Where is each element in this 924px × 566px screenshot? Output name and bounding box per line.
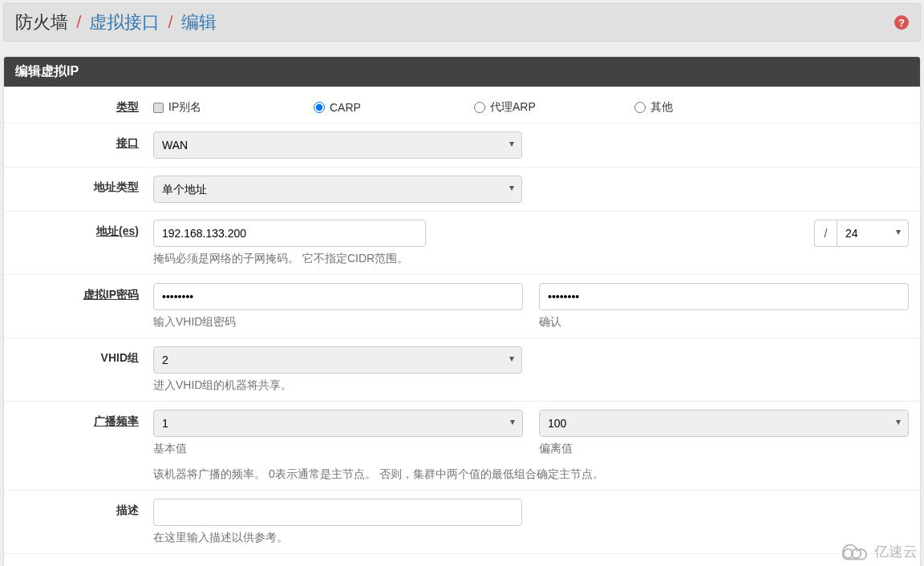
label-type: 类型	[15, 95, 153, 115]
edit-vip-panel: 编辑虚拟IP 类型 IP别名 CARP 代理ARP	[3, 56, 921, 566]
cloud-icon	[839, 542, 869, 561]
breadcrumb-bar: 防火墙 / 虚拟接口 / 编辑 ?	[3, 3, 921, 42]
password-confirm-input[interactable]	[539, 283, 909, 310]
adv-skew-help: 偏离值	[539, 442, 909, 456]
label-addresses: 地址(es)	[15, 220, 153, 239]
cidr-slash: /	[814, 220, 837, 247]
addr-type-select[interactable]: 单个地址	[153, 176, 522, 203]
password-confirm-help: 确认	[539, 315, 909, 329]
checkbox-icon	[153, 103, 164, 113]
help-icon[interactable]: ?	[894, 15, 909, 30]
label-vhid: VHID组	[15, 346, 153, 366]
panel-title: 编辑虚拟IP	[4, 57, 920, 87]
breadcrumb-root: 防火墙	[15, 12, 68, 32]
label-description: 描述	[15, 499, 153, 518]
radio-proxyarp[interactable]: 代理ARP	[474, 100, 634, 115]
adv-help: 该机器将广播的频率。 0表示通常是主节点。 否则，集群中两个值的最低组合确定主节…	[153, 467, 909, 482]
adv-base-help: 基本值	[153, 442, 523, 456]
label-adv-freq: 广播频率	[15, 410, 153, 429]
cidr-select[interactable]: 24	[837, 220, 909, 247]
interface-select[interactable]: WAN	[153, 131, 522, 159]
watermark: 亿速云	[839, 542, 918, 561]
label-interface: 接口	[15, 131, 153, 151]
address-input[interactable]	[153, 220, 426, 247]
description-help: 在这里输入描述以供参考。	[153, 531, 909, 545]
breadcrumb: 防火墙 / 虚拟接口 / 编辑	[15, 10, 217, 34]
vhid-help: 进入VHID组的机器将共享。	[153, 378, 909, 393]
label-vip-password: 虚拟IP密码	[15, 283, 153, 302]
vhid-select[interactable]: 2	[153, 346, 522, 374]
adv-skew-select[interactable]: 100	[539, 410, 909, 437]
label-addr-type: 地址类型	[15, 176, 153, 195]
address-help: 掩码必须是网络的子网掩码。 它不指定CIDR范围。	[153, 252, 909, 266]
radio-carp[interactable]: CARP	[314, 100, 474, 115]
adv-base-select[interactable]: 1	[153, 410, 523, 437]
description-input[interactable]	[153, 499, 522, 526]
type-radio-group: IP别名 CARP 代理ARP 其他	[153, 95, 909, 115]
radio-ipalias[interactable]: IP别名	[153, 100, 314, 115]
password-input[interactable]	[153, 283, 523, 310]
breadcrumb-link-virtual[interactable]: 虚拟接口	[89, 12, 160, 32]
radio-other[interactable]: 其他	[634, 100, 795, 115]
breadcrumb-link-edit[interactable]: 编辑	[181, 12, 217, 32]
password-help: 输入VHID组密码	[153, 315, 523, 329]
